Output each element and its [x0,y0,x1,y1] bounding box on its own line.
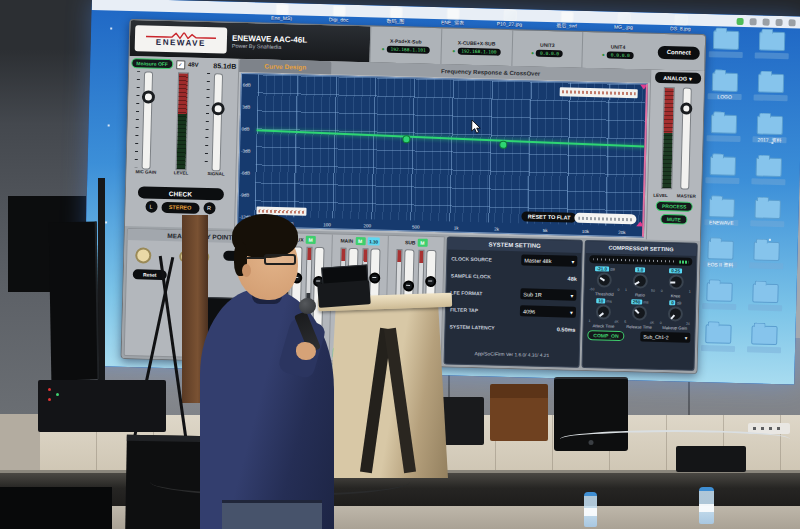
main-delay-value[interactable]: 1.30 [367,237,380,245]
folder-icon [754,199,780,219]
desktop-icon-label: ENEWAVE [704,219,738,226]
cable [560,430,790,448]
desktop-icon[interactable] [744,199,791,242]
desktop-icon[interactable]: EOS II 资料 [697,240,744,283]
graph-marker-bottom[interactable] [636,221,644,226]
compressor-channel-dropdown[interactable]: Sub_Ch1-2 ▾ [640,331,690,342]
measure-point-button[interactable] [135,247,151,263]
threshold-knob[interactable] [597,272,612,287]
volume-icon[interactable] [763,18,770,25]
y-axis-label: 3dB [242,104,250,109]
check-button[interactable]: CHECK [137,186,223,200]
mic-gain-fader[interactable] [131,71,164,168]
device-slot-2[interactable]: X-CUBE+X-SUB ●192.168.1.100 [440,28,512,66]
release-time-knob[interactable] [632,305,647,320]
fader-label: SIGNAL [207,171,224,176]
desktop-icon[interactable] [702,30,749,73]
fader-track[interactable] [142,71,154,169]
curve-control-point[interactable] [402,135,410,143]
power-icon[interactable]: ● [602,52,605,57]
desktop-icon[interactable] [748,31,795,74]
ratio-knob[interactable] [633,273,648,288]
folder-icon [757,115,783,135]
desktop-icon[interactable] [699,156,746,199]
knob-unit: dB [677,300,682,305]
mute-toggle[interactable]: M [305,236,315,244]
folder-icon [711,114,737,134]
device-slot-1[interactable]: X-Pad+X-Sub ●192.168.1.101 [369,26,441,64]
phantom-checkbox[interactable]: ✓ [176,60,185,69]
meter-label: LEVEL [174,170,189,175]
power-icon[interactable]: ● [531,50,534,55]
desktop-icon-label: P10_27.jpg [487,20,531,27]
knob-label: Makeup Gain [662,325,687,331]
desktop-icon-label [709,51,743,58]
desktop-icon-label [701,345,735,352]
master-fader-knob[interactable] [680,102,692,114]
graph-marker-top[interactable] [640,84,648,89]
desktop-icon[interactable]: ENEWAVE [698,198,745,241]
right-channel-button[interactable]: R [203,202,215,214]
desktop-icon[interactable]: 2017_资料 [746,115,793,158]
strip-fader-knob[interactable] [402,280,413,291]
knee-knob[interactable] [668,274,683,289]
desktop-icon[interactable] [741,325,788,368]
mute-toggle[interactable]: M [417,239,427,247]
mute-toggle[interactable]: M [355,237,365,245]
network-icon[interactable] [750,18,757,25]
desktop-icon[interactable] [700,114,747,157]
tab-curve-design[interactable]: Curve Design [239,59,331,74]
brand-text: ENEWAVE [156,38,206,47]
output-level-meter [661,87,675,189]
reset-to-flat-button[interactable]: RESET TO FLAT [522,211,577,222]
lfe-format-dropdown[interactable]: Sub 1R▾ [520,288,576,300]
fader-knob[interactable] [141,91,154,104]
desktop-icon[interactable] [745,157,792,200]
mute-button[interactable]: MUTE [661,214,687,225]
strip-fader-knob[interactable] [425,275,436,286]
connect-button[interactable]: Connect [658,45,700,59]
graph-grid [254,74,646,226]
chevron-down-icon: ▾ [570,309,573,315]
desktop-icon[interactable] [747,73,794,116]
knob-max: 4K [614,320,618,324]
desktop-icon[interactable] [742,283,789,326]
knob-ratio: 1.0 150 Ratio [622,267,658,298]
left-channel-button[interactable]: L [145,200,157,212]
meter-bar [176,72,190,170]
master-label: MASTER [677,193,696,198]
presenter-hand [296,342,316,360]
desktop-icon[interactable]: LOGO [701,72,748,115]
frequency-response-graph[interactable]: 6dB 3dB 0dB -3dB -6dB -9dB -12dB 20 50 1… [237,73,648,238]
fader-knob[interactable] [211,102,224,115]
master-fader[interactable] [680,87,692,189]
desktop-icon[interactable] [696,282,743,325]
device-slot-3[interactable]: UNIT3 ●0.0.0.0 [511,30,583,68]
power-icon[interactable]: ● [381,46,384,51]
signal-fader[interactable] [201,73,234,170]
measure-off-button[interactable]: Measure OFF [131,58,173,69]
desktop-icon[interactable] [743,241,790,284]
knob-label: Ratio [635,292,645,297]
filter-tap-dropdown[interactable]: 4096▾ [520,305,576,317]
desktop-icon-label [747,346,781,353]
desktop-icon[interactable] [695,324,742,367]
curve-tool-button[interactable] [574,213,636,225]
x-axis-label: 500 [412,224,420,229]
attack-time-knob[interactable] [596,304,611,319]
strip-fader-knob[interactable] [369,272,380,283]
equipment-case [0,487,112,529]
clock-source-dropdown[interactable]: Master 48k▾ [521,254,577,266]
fader-track[interactable] [212,73,224,171]
desktop-icon-label: 数码_图 [373,17,417,24]
stereo-button[interactable]: STEREO [161,201,199,213]
curve-control-point[interactable] [499,141,507,149]
input-method-icon[interactable] [776,18,783,25]
makeup-gain-knob[interactable] [667,306,682,321]
analog-dropdown[interactable]: ANALOG ▾ [654,72,700,84]
process-button[interactable]: PROCESS [656,201,693,212]
power-icon[interactable]: ● [452,48,455,53]
device-slot-4[interactable]: UNIT4 ●0.0.0.0 [582,32,654,70]
knob-value: 1.0 [635,267,645,272]
comp-on-button[interactable]: COMP_ON [587,330,625,341]
